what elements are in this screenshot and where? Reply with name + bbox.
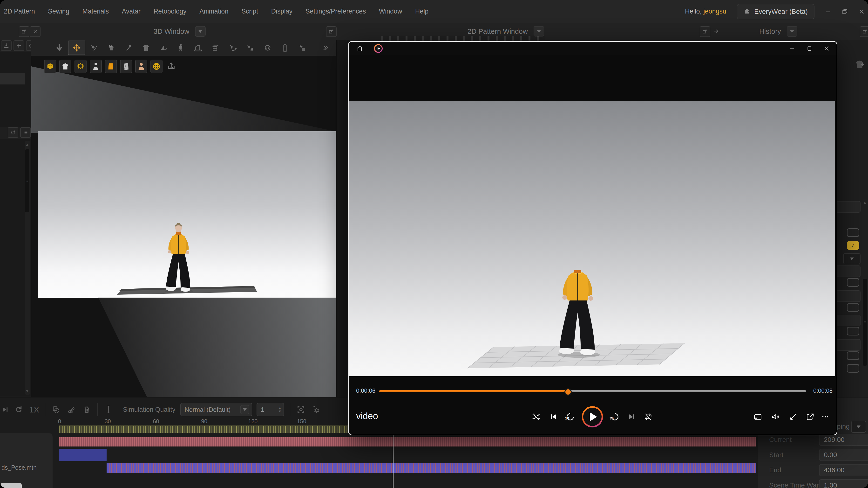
timeline-track-motion[interactable] — [59, 437, 756, 447]
list-view-icon[interactable] — [20, 127, 31, 138]
property-checkbox[interactable] — [847, 327, 859, 336]
button-icon[interactable] — [259, 40, 276, 55]
scene-time-warp-field[interactable]: 1.00 — [819, 479, 868, 488]
menu-window[interactable]: Window — [379, 8, 402, 15]
scrollbar-thumb[interactable]: ≡ — [25, 149, 29, 212]
shuffle-off-icon[interactable] — [529, 410, 543, 424]
simulation-settings-gear-icon[interactable] — [309, 402, 324, 417]
repeat-off-icon[interactable] — [641, 410, 655, 424]
play-button[interactable] — [582, 406, 603, 427]
playback-speed[interactable]: 1X — [27, 402, 42, 417]
3d-viewport[interactable] — [31, 40, 336, 397]
mini-player-icon[interactable] — [751, 410, 765, 424]
delete-keyframe-icon[interactable] — [79, 402, 94, 417]
property-checkbox[interactable] — [847, 351, 859, 360]
everywear-account-button[interactable]: EveryWear (Beta) — [737, 4, 814, 19]
property-input[interactable] — [836, 201, 861, 212]
dock-close-icon[interactable] — [30, 26, 40, 37]
select-mesh-icon[interactable] — [103, 40, 120, 55]
steamer-icon[interactable] — [242, 40, 259, 55]
sewing-machine-icon[interactable] — [189, 40, 207, 55]
property-checkbox[interactable] — [847, 278, 859, 287]
show-pins-icon[interactable] — [74, 60, 87, 73]
more-options-icon[interactable] — [818, 410, 832, 424]
menu-avatar[interactable]: Avatar — [122, 8, 141, 15]
player-minimize-icon[interactable] — [789, 46, 795, 52]
simulation-quality-select[interactable]: Normal (Default) — [180, 403, 252, 416]
show-pattern-orange-icon[interactable] — [105, 60, 117, 73]
forward-30-icon[interactable]: 30 — [608, 410, 622, 424]
scroll-down-icon[interactable]: ▼ — [25, 389, 30, 394]
import-tray-icon[interactable] — [166, 60, 177, 72]
menu-display[interactable]: Display — [271, 8, 292, 15]
menu-settings-preferences[interactable]: Settings/Preferences — [306, 8, 366, 15]
2d-pattern-menu-button[interactable] — [534, 26, 544, 37]
menu-help[interactable]: Help — [415, 8, 429, 15]
show-wireframe-globe-icon[interactable] — [151, 60, 162, 73]
scrollbar-thumb[interactable]: ≡ — [863, 279, 867, 366]
property-input[interactable] — [836, 290, 861, 302]
close-icon[interactable] — [857, 7, 867, 17]
property-checkbox[interactable] — [847, 228, 859, 237]
show-3d-garment-cube-icon[interactable] — [44, 60, 56, 73]
avatar-3d-view[interactable] — [113, 184, 258, 300]
stepping-dropdown[interactable] — [851, 421, 866, 433]
pin-curve-icon[interactable] — [224, 40, 242, 55]
seek-bar[interactable] — [379, 390, 806, 392]
horizontal-scrollbar-corner[interactable] — [0, 483, 22, 488]
fold-arrangement-icon[interactable] — [155, 40, 172, 55]
timeline-clip-blue[interactable] — [59, 449, 106, 461]
avatar-fit-icon[interactable] — [172, 40, 189, 55]
cut-keyframe-icon[interactable] — [64, 402, 79, 417]
menu-2d-pattern[interactable]: 2D Pattern — [4, 8, 35, 15]
property-input[interactable] — [836, 315, 861, 326]
home-icon[interactable] — [356, 45, 363, 52]
start-field[interactable]: 0.00 — [819, 449, 868, 461]
property-input[interactable] — [836, 265, 861, 277]
timeline-track-pose[interactable] — [106, 463, 756, 473]
copy-keyframe-icon[interactable] — [48, 402, 64, 417]
simulate-icon[interactable] — [51, 40, 68, 55]
property-input[interactable] — [836, 339, 861, 351]
property-checkbox[interactable] — [847, 364, 859, 373]
property-dropdown[interactable] — [843, 253, 861, 264]
seek-thumb[interactable] — [564, 388, 572, 396]
video-frame[interactable] — [349, 101, 835, 376]
select-move-icon[interactable] — [68, 40, 85, 55]
skip-to-end-icon[interactable] — [0, 402, 11, 417]
add-icon[interactable] — [13, 40, 24, 51]
end-field[interactable]: 436.00 — [819, 464, 868, 476]
3d-window-popout-icon[interactable] — [326, 26, 337, 37]
show-garment-shirt-icon[interactable] — [59, 60, 71, 73]
property-checkbox[interactable] — [847, 303, 859, 312]
menu-retopology[interactable]: Retopology — [154, 8, 187, 15]
menu-materials[interactable]: Materials — [83, 8, 109, 15]
pop-out-video-icon[interactable] — [804, 410, 817, 424]
record-icon[interactable] — [293, 402, 309, 417]
show-avatar-icon[interactable] — [90, 60, 102, 73]
quad-mesh-icon[interactable] — [207, 40, 224, 55]
substep-spinner[interactable]: 1 ▲▼ — [256, 403, 284, 416]
dock-popout-icon[interactable] — [19, 26, 29, 37]
history-popout-icon[interactable] — [860, 26, 868, 37]
more-tools-chevron-icon[interactable] — [317, 40, 334, 55]
show-avatar-skin-icon[interactable] — [135, 60, 147, 73]
menu-animation[interactable]: Animation — [199, 8, 228, 15]
flatten-icon[interactable] — [294, 40, 311, 55]
ibeam-cursor-icon[interactable]: I — [101, 402, 116, 417]
media-player-app-icon[interactable] — [374, 44, 383, 53]
player-close-icon[interactable] — [824, 46, 830, 52]
add-garment-icon[interactable] — [854, 59, 865, 70]
3d-window-menu-button[interactable] — [195, 26, 206, 37]
restore-icon[interactable] — [840, 7, 850, 17]
spinner-arrows-icon[interactable]: ▲▼ — [278, 406, 282, 413]
rewind-10-icon[interactable]: 10 — [563, 410, 577, 424]
fullscreen-icon[interactable] — [786, 410, 800, 424]
player-maximize-icon[interactable] — [806, 46, 812, 52]
next-icon[interactable] — [625, 410, 639, 424]
refresh-icon[interactable] — [8, 127, 18, 138]
current-field[interactable]: 209.00 — [819, 434, 868, 446]
2d-pattern-popout-icon[interactable] — [700, 26, 710, 37]
select-curvature-icon[interactable] — [85, 40, 103, 55]
library-list-item-selected[interactable] — [0, 73, 25, 84]
